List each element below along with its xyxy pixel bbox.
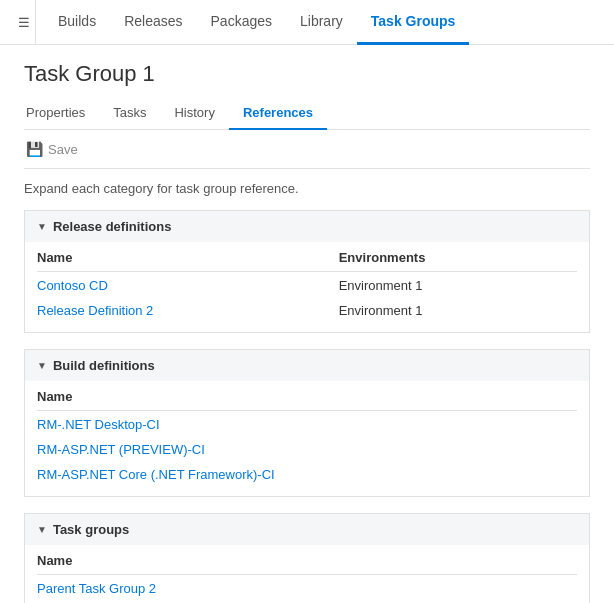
build-definitions-section: ▼ Build definitions Name RM-.NET Desktop… xyxy=(24,349,590,497)
environments-header: Environments xyxy=(319,242,577,272)
nav-item-builds[interactable]: Builds xyxy=(44,0,110,45)
contoso-cd-link[interactable]: Contoso CD xyxy=(37,278,108,293)
table-row: Contoso CD Environment 1 xyxy=(37,272,577,298)
tab-properties[interactable]: Properties xyxy=(24,99,99,130)
save-button[interactable]: 💾 Save xyxy=(24,138,84,160)
table-row: RM-ASP.NET Core (.NET Framework)-CI xyxy=(37,461,577,486)
release-definitions-body: Name Environments Contoso CD Environment… xyxy=(25,242,589,332)
rm-aspnet-preview-ci-link[interactable]: RM-ASP.NET (PREVIEW)-CI xyxy=(37,442,205,457)
release-name-cell: Contoso CD xyxy=(37,272,319,298)
build-name-header: Name xyxy=(37,381,577,411)
build-definitions-body: Name RM-.NET Desktop-CI RM-ASP.NET (PREV… xyxy=(25,381,589,496)
tab-history[interactable]: History xyxy=(160,99,228,130)
nav-item-releases[interactable]: Releases xyxy=(110,0,196,45)
release-name-cell: Release Definition 2 xyxy=(37,297,319,322)
release-definitions-header[interactable]: ▼ Release definitions xyxy=(25,211,589,242)
rm-net-desktop-ci-link[interactable]: RM-.NET Desktop-CI xyxy=(37,417,160,432)
sub-tabs: Properties Tasks History References xyxy=(24,99,590,130)
info-text: Expand each category for task group refe… xyxy=(24,181,590,196)
build-definitions-header[interactable]: ▼ Build definitions xyxy=(25,350,589,381)
release-definitions-section: ▼ Release definitions Name Environments … xyxy=(24,210,590,333)
chevron-down-icon: ▼ xyxy=(37,524,47,535)
table-row: Parent Task Group 2 xyxy=(37,575,577,601)
release-definitions-table: Name Environments Contoso CD Environment… xyxy=(37,242,577,322)
task-groups-label: Task groups xyxy=(53,522,129,537)
build-name-cell: RM-.NET Desktop-CI xyxy=(37,411,577,437)
table-row: RM-.NET Desktop-CI xyxy=(37,411,577,437)
sidebar-toggle-button[interactable]: ☰ xyxy=(12,0,36,45)
build-definitions-label: Build definitions xyxy=(53,358,155,373)
release-definitions-label: Release definitions xyxy=(53,219,171,234)
build-name-cell: RM-ASP.NET (PREVIEW)-CI xyxy=(37,436,577,461)
tab-tasks[interactable]: Tasks xyxy=(99,99,160,130)
page-title: Task Group 1 xyxy=(24,61,590,87)
task-groups-section: ▼ Task groups Name Parent Task Group 2 xyxy=(24,513,590,603)
task-groups-body: Name Parent Task Group 2 xyxy=(25,545,589,603)
rm-aspnet-core-ci-link[interactable]: RM-ASP.NET Core (.NET Framework)-CI xyxy=(37,467,275,482)
release-env-cell: Environment 1 xyxy=(319,297,577,322)
nav-item-library[interactable]: Library xyxy=(286,0,357,45)
toolbar: 💾 Save xyxy=(24,130,590,169)
save-icon: 💾 xyxy=(26,141,43,157)
tab-references[interactable]: References xyxy=(229,99,327,130)
main-content: Task Group 1 Properties Tasks History Re… xyxy=(0,45,614,603)
chevron-down-icon: ▼ xyxy=(37,221,47,232)
table-row: RM-ASP.NET (PREVIEW)-CI xyxy=(37,436,577,461)
nav-item-packages[interactable]: Packages xyxy=(197,0,286,45)
release-name-header: Name xyxy=(37,242,319,272)
chevron-down-icon: ▼ xyxy=(37,360,47,371)
task-group-name-cell: Parent Task Group 2 xyxy=(37,575,577,601)
release-env-cell: Environment 1 xyxy=(319,272,577,298)
task-group-name-header: Name xyxy=(37,545,577,575)
task-groups-table: Name Parent Task Group 2 xyxy=(37,545,577,600)
save-label: Save xyxy=(48,142,78,157)
parent-task-group-2-link[interactable]: Parent Task Group 2 xyxy=(37,581,156,596)
build-name-cell: RM-ASP.NET Core (.NET Framework)-CI xyxy=(37,461,577,486)
release-definition-2-link[interactable]: Release Definition 2 xyxy=(37,303,153,318)
nav-item-task-groups[interactable]: Task Groups xyxy=(357,0,470,45)
build-definitions-table: Name RM-.NET Desktop-CI RM-ASP.NET (PREV… xyxy=(37,381,577,486)
task-groups-header[interactable]: ▼ Task groups xyxy=(25,514,589,545)
table-row: Release Definition 2 Environment 1 xyxy=(37,297,577,322)
top-navigation: ☰ Builds Releases Packages Library Task … xyxy=(0,0,614,45)
